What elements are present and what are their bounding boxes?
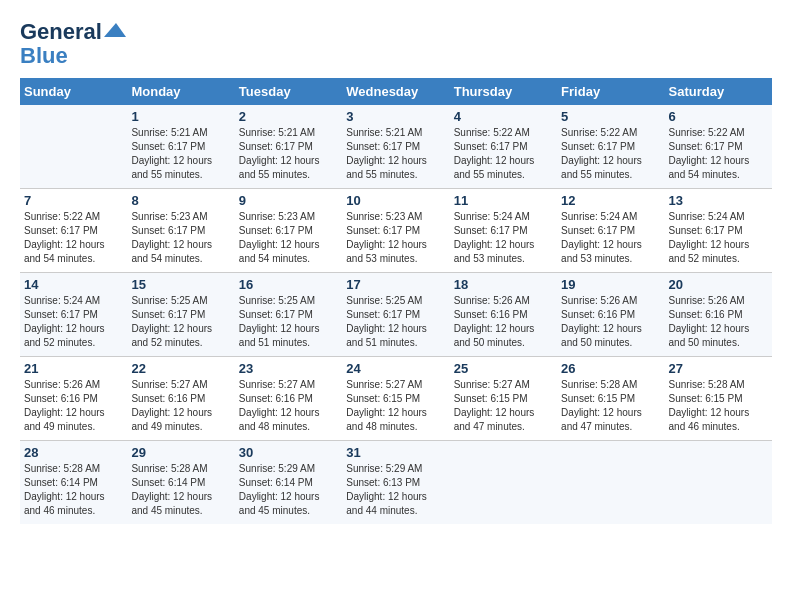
- calendar-cell: 23Sunrise: 5:27 AM Sunset: 6:16 PM Dayli…: [235, 357, 342, 441]
- day-number: 31: [346, 445, 445, 460]
- day-number: 11: [454, 193, 553, 208]
- calendar-cell: [665, 441, 772, 525]
- calendar-cell: 9Sunrise: 5:23 AM Sunset: 6:17 PM Daylig…: [235, 189, 342, 273]
- day-info: Sunrise: 5:27 AM Sunset: 6:15 PM Dayligh…: [454, 378, 553, 434]
- calendar-cell: 8Sunrise: 5:23 AM Sunset: 6:17 PM Daylig…: [127, 189, 234, 273]
- week-row-4: 21Sunrise: 5:26 AM Sunset: 6:16 PM Dayli…: [20, 357, 772, 441]
- header-thursday: Thursday: [450, 78, 557, 105]
- day-number: 27: [669, 361, 768, 376]
- calendar-cell: 18Sunrise: 5:26 AM Sunset: 6:16 PM Dayli…: [450, 273, 557, 357]
- calendar-cell: 22Sunrise: 5:27 AM Sunset: 6:16 PM Dayli…: [127, 357, 234, 441]
- calendar-cell: 13Sunrise: 5:24 AM Sunset: 6:17 PM Dayli…: [665, 189, 772, 273]
- header: General Blue: [20, 20, 772, 68]
- day-number: 16: [239, 277, 338, 292]
- day-info: Sunrise: 5:26 AM Sunset: 6:16 PM Dayligh…: [454, 294, 553, 350]
- day-info: Sunrise: 5:28 AM Sunset: 6:14 PM Dayligh…: [24, 462, 123, 518]
- week-row-1: 1Sunrise: 5:21 AM Sunset: 6:17 PM Daylig…: [20, 105, 772, 189]
- day-number: 5: [561, 109, 660, 124]
- calendar-cell: 29Sunrise: 5:28 AM Sunset: 6:14 PM Dayli…: [127, 441, 234, 525]
- week-row-3: 14Sunrise: 5:24 AM Sunset: 6:17 PM Dayli…: [20, 273, 772, 357]
- day-info: Sunrise: 5:29 AM Sunset: 6:13 PM Dayligh…: [346, 462, 445, 518]
- day-info: Sunrise: 5:24 AM Sunset: 6:17 PM Dayligh…: [24, 294, 123, 350]
- calendar-cell: 1Sunrise: 5:21 AM Sunset: 6:17 PM Daylig…: [127, 105, 234, 189]
- calendar-cell: 17Sunrise: 5:25 AM Sunset: 6:17 PM Dayli…: [342, 273, 449, 357]
- calendar-cell: 15Sunrise: 5:25 AM Sunset: 6:17 PM Dayli…: [127, 273, 234, 357]
- day-number: 18: [454, 277, 553, 292]
- logo: General Blue: [20, 20, 126, 68]
- day-number: 28: [24, 445, 123, 460]
- calendar-cell: 14Sunrise: 5:24 AM Sunset: 6:17 PM Dayli…: [20, 273, 127, 357]
- calendar-cell: 10Sunrise: 5:23 AM Sunset: 6:17 PM Dayli…: [342, 189, 449, 273]
- calendar-cell: 11Sunrise: 5:24 AM Sunset: 6:17 PM Dayli…: [450, 189, 557, 273]
- day-number: 6: [669, 109, 768, 124]
- header-monday: Monday: [127, 78, 234, 105]
- day-number: 12: [561, 193, 660, 208]
- logo-blue: Blue: [20, 44, 68, 68]
- calendar-cell: 30Sunrise: 5:29 AM Sunset: 6:14 PM Dayli…: [235, 441, 342, 525]
- day-info: Sunrise: 5:25 AM Sunset: 6:17 PM Dayligh…: [239, 294, 338, 350]
- day-info: Sunrise: 5:26 AM Sunset: 6:16 PM Dayligh…: [561, 294, 660, 350]
- calendar-cell: 16Sunrise: 5:25 AM Sunset: 6:17 PM Dayli…: [235, 273, 342, 357]
- day-number: 3: [346, 109, 445, 124]
- day-number: 9: [239, 193, 338, 208]
- day-number: 23: [239, 361, 338, 376]
- day-info: Sunrise: 5:26 AM Sunset: 6:16 PM Dayligh…: [669, 294, 768, 350]
- calendar-cell: [20, 105, 127, 189]
- week-row-5: 28Sunrise: 5:28 AM Sunset: 6:14 PM Dayli…: [20, 441, 772, 525]
- calendar-cell: 26Sunrise: 5:28 AM Sunset: 6:15 PM Dayli…: [557, 357, 664, 441]
- calendar-cell: [450, 441, 557, 525]
- day-number: 14: [24, 277, 123, 292]
- day-info: Sunrise: 5:27 AM Sunset: 6:16 PM Dayligh…: [239, 378, 338, 434]
- calendar-cell: 24Sunrise: 5:27 AM Sunset: 6:15 PM Dayli…: [342, 357, 449, 441]
- day-info: Sunrise: 5:24 AM Sunset: 6:17 PM Dayligh…: [561, 210, 660, 266]
- header-friday: Friday: [557, 78, 664, 105]
- calendar-cell: 27Sunrise: 5:28 AM Sunset: 6:15 PM Dayli…: [665, 357, 772, 441]
- header-tuesday: Tuesday: [235, 78, 342, 105]
- svg-marker-0: [104, 23, 126, 37]
- day-number: 8: [131, 193, 230, 208]
- calendar-cell: 28Sunrise: 5:28 AM Sunset: 6:14 PM Dayli…: [20, 441, 127, 525]
- day-number: 2: [239, 109, 338, 124]
- day-number: 4: [454, 109, 553, 124]
- day-info: Sunrise: 5:21 AM Sunset: 6:17 PM Dayligh…: [131, 126, 230, 182]
- day-info: Sunrise: 5:27 AM Sunset: 6:15 PM Dayligh…: [346, 378, 445, 434]
- day-number: 20: [669, 277, 768, 292]
- day-info: Sunrise: 5:28 AM Sunset: 6:15 PM Dayligh…: [669, 378, 768, 434]
- day-info: Sunrise: 5:22 AM Sunset: 6:17 PM Dayligh…: [669, 126, 768, 182]
- calendar-cell: 4Sunrise: 5:22 AM Sunset: 6:17 PM Daylig…: [450, 105, 557, 189]
- day-number: 25: [454, 361, 553, 376]
- calendar-cell: 31Sunrise: 5:29 AM Sunset: 6:13 PM Dayli…: [342, 441, 449, 525]
- day-number: 13: [669, 193, 768, 208]
- calendar-table: SundayMondayTuesdayWednesdayThursdayFrid…: [20, 78, 772, 524]
- calendar-cell: 19Sunrise: 5:26 AM Sunset: 6:16 PM Dayli…: [557, 273, 664, 357]
- day-number: 22: [131, 361, 230, 376]
- day-number: 7: [24, 193, 123, 208]
- calendar-cell: 6Sunrise: 5:22 AM Sunset: 6:17 PM Daylig…: [665, 105, 772, 189]
- calendar-cell: 20Sunrise: 5:26 AM Sunset: 6:16 PM Dayli…: [665, 273, 772, 357]
- day-number: 10: [346, 193, 445, 208]
- calendar-cell: 12Sunrise: 5:24 AM Sunset: 6:17 PM Dayli…: [557, 189, 664, 273]
- calendar-cell: 25Sunrise: 5:27 AM Sunset: 6:15 PM Dayli…: [450, 357, 557, 441]
- day-number: 29: [131, 445, 230, 460]
- days-header-row: SundayMondayTuesdayWednesdayThursdayFrid…: [20, 78, 772, 105]
- day-number: 26: [561, 361, 660, 376]
- day-info: Sunrise: 5:24 AM Sunset: 6:17 PM Dayligh…: [669, 210, 768, 266]
- day-info: Sunrise: 5:25 AM Sunset: 6:17 PM Dayligh…: [346, 294, 445, 350]
- day-info: Sunrise: 5:28 AM Sunset: 6:14 PM Dayligh…: [131, 462, 230, 518]
- day-info: Sunrise: 5:25 AM Sunset: 6:17 PM Dayligh…: [131, 294, 230, 350]
- day-number: 1: [131, 109, 230, 124]
- day-number: 21: [24, 361, 123, 376]
- day-info: Sunrise: 5:24 AM Sunset: 6:17 PM Dayligh…: [454, 210, 553, 266]
- day-info: Sunrise: 5:26 AM Sunset: 6:16 PM Dayligh…: [24, 378, 123, 434]
- logo-general: General: [20, 20, 102, 44]
- day-info: Sunrise: 5:23 AM Sunset: 6:17 PM Dayligh…: [346, 210, 445, 266]
- day-info: Sunrise: 5:22 AM Sunset: 6:17 PM Dayligh…: [561, 126, 660, 182]
- day-info: Sunrise: 5:27 AM Sunset: 6:16 PM Dayligh…: [131, 378, 230, 434]
- header-wednesday: Wednesday: [342, 78, 449, 105]
- header-saturday: Saturday: [665, 78, 772, 105]
- header-sunday: Sunday: [20, 78, 127, 105]
- day-info: Sunrise: 5:28 AM Sunset: 6:15 PM Dayligh…: [561, 378, 660, 434]
- day-number: 24: [346, 361, 445, 376]
- calendar-cell: 2Sunrise: 5:21 AM Sunset: 6:17 PM Daylig…: [235, 105, 342, 189]
- day-info: Sunrise: 5:29 AM Sunset: 6:14 PM Dayligh…: [239, 462, 338, 518]
